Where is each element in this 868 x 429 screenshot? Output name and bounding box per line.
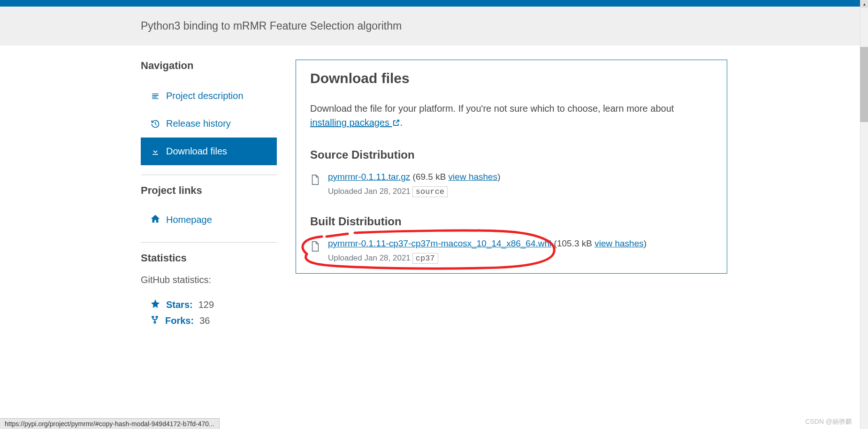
view-hashes-link[interactable]: view hashes	[449, 172, 498, 182]
navigation-heading: Navigation	[141, 60, 277, 72]
download-files-panel: Download files Download the file for you…	[296, 60, 727, 274]
nav-item-label: Release history	[166, 118, 231, 129]
installing-packages-link[interactable]: installing packages	[310, 117, 400, 128]
project-links-heading: Project links	[141, 184, 277, 197]
link-label: Homepage	[166, 214, 212, 225]
description-icon	[150, 91, 160, 101]
divider	[141, 175, 277, 175]
package-summary: Python3 binding to mRMR Feature Selectio…	[141, 20, 727, 32]
nav-item-label: Project description	[166, 91, 244, 101]
stat-stars[interactable]: Stars: 129	[141, 294, 277, 316]
stat-forks[interactable]: Forks: 36	[141, 316, 277, 325]
file-icon	[310, 240, 320, 253]
nav-item-label: Download files	[166, 146, 227, 157]
top-brand-bar	[0, 0, 868, 7]
source-tag: source	[412, 186, 448, 197]
external-link-icon	[392, 119, 400, 127]
homepage-link[interactable]: Homepage	[141, 207, 277, 233]
stars-value: 129	[198, 299, 214, 310]
source-distribution-heading: Source Distribution	[310, 148, 713, 161]
built-file-entry: pymrmr-0.1.11-cp37-cp37m-macosx_10_14_x8…	[310, 238, 713, 263]
source-file-meta: Uploaded Jan 28, 2021source	[328, 187, 501, 196]
svg-point-1	[156, 316, 158, 317]
main-content: Download files Download the file for you…	[296, 60, 727, 325]
nav-download-files[interactable]: Download files	[141, 138, 277, 165]
built-file-line: pymrmr-0.1.11-cp37-cp37m-macosx_10_14_x8…	[328, 238, 647, 249]
navigation-list: Project description Release history Down…	[141, 82, 277, 165]
statistics-heading: Statistics	[141, 252, 277, 264]
source-file-link[interactable]: pymrmr-0.1.11.tar.gz	[328, 172, 410, 182]
file-icon	[310, 174, 320, 186]
star-icon	[150, 299, 160, 311]
scroll-thumb[interactable]	[860, 47, 868, 122]
summary-bar: Python3 binding to mRMR Feature Selectio…	[0, 7, 868, 46]
scrollbar[interactable]: ▲	[860, 0, 868, 325]
forks-label: Forks:	[165, 316, 194, 325]
home-icon	[150, 214, 160, 226]
nav-project-description[interactable]: Project description	[141, 82, 277, 110]
source-file-line: pymrmr-0.1.11.tar.gz (69.5 kB view hashe…	[328, 172, 501, 182]
stars-label: Stars:	[166, 299, 193, 310]
github-statistics-label: GitHub statistics:	[141, 275, 277, 285]
built-file-meta: Uploaded Jan 28, 2021cp37	[328, 253, 647, 263]
view-hashes-link[interactable]: view hashes	[594, 238, 644, 248]
svg-point-2	[154, 322, 155, 323]
nav-release-history[interactable]: Release history	[141, 110, 277, 138]
cp37-tag: cp37	[412, 253, 438, 264]
intro-text: Download the file for your platform. If …	[310, 101, 713, 130]
scroll-up-button[interactable]: ▲	[860, 0, 868, 8]
download-icon	[150, 146, 160, 157]
svg-point-0	[152, 316, 153, 317]
history-icon	[150, 119, 160, 129]
fork-icon	[150, 316, 160, 325]
divider	[141, 242, 277, 243]
built-file-link[interactable]: pymrmr-0.1.11-cp37-cp37m-macosx_10_14_x8…	[328, 238, 551, 248]
source-file-entry: pymrmr-0.1.11.tar.gz (69.5 kB view hashe…	[310, 172, 713, 196]
sidebar: Navigation Project description Release h…	[141, 60, 296, 325]
built-distribution-heading: Built Distribution	[310, 215, 713, 228]
content-heading: Download files	[310, 70, 713, 86]
forks-value: 36	[199, 316, 210, 325]
